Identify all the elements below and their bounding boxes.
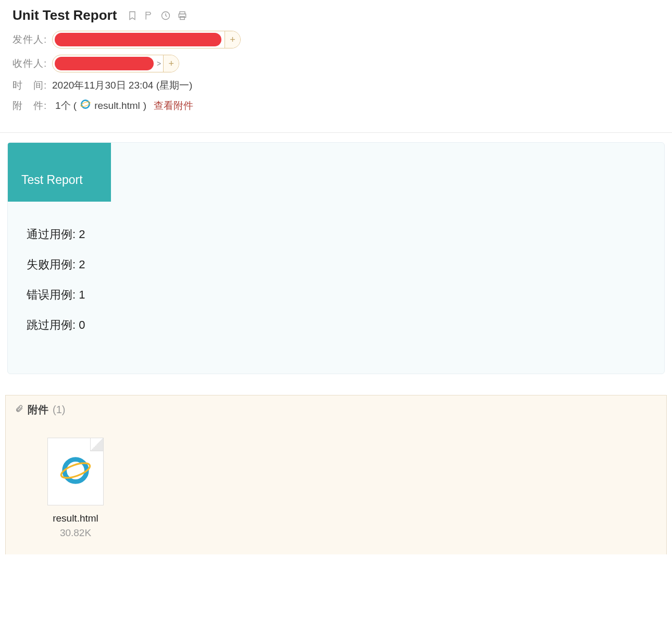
error-label: 错误用例: bbox=[27, 288, 76, 301]
bookmark-icon[interactable] bbox=[127, 10, 138, 21]
add-from-button[interactable]: + bbox=[225, 31, 240, 48]
from-row: 发件人: + bbox=[13, 31, 659, 48]
attach-label: 附 件: bbox=[13, 99, 52, 113]
ie-icon bbox=[59, 454, 92, 489]
clock-icon[interactable] bbox=[160, 10, 171, 21]
skipped-value: 0 bbox=[79, 318, 85, 331]
failed-stat: 失败用例: 2 bbox=[27, 257, 645, 273]
error-stat: 错误用例: 1 bbox=[27, 287, 645, 303]
email-subject: Unit Test Report bbox=[13, 7, 117, 23]
to-label: 收件人: bbox=[13, 57, 52, 70]
report-body: 通过用例: 2 失败用例: 2 错误用例: 1 跳过用例: 0 bbox=[8, 202, 664, 333]
file-thumb bbox=[47, 438, 104, 505]
time-row: 时 间: 2020年11月30日 23:04 (星期一) bbox=[13, 79, 659, 92]
attachment-file-tile[interactable]: result.html 30.82K bbox=[39, 438, 112, 539]
attachment-panel-header: 附件 (1) bbox=[15, 403, 657, 417]
add-to-button[interactable]: + bbox=[163, 55, 179, 72]
from-pill[interactable]: + bbox=[52, 31, 241, 48]
attachment-row: 附 件: 1个 ( result.html ) 查看附件 bbox=[13, 98, 659, 113]
attachment-panel: 附件 (1) result.html 30.82K bbox=[5, 395, 667, 554]
passed-label: 通过用例: bbox=[27, 228, 76, 241]
attachment-panel-title: 附件 bbox=[28, 403, 48, 417]
test-report-card: Test Report 通过用例: 2 失败用例: 2 错误用例: 1 跳过用例… bbox=[7, 142, 665, 374]
attach-file-name: result.html bbox=[94, 100, 140, 112]
view-attachment-link[interactable]: 查看附件 bbox=[154, 99, 193, 113]
svg-point-4 bbox=[82, 100, 90, 108]
attachment-file-size: 30.82K bbox=[39, 527, 112, 539]
attach-close-paren: ) bbox=[143, 100, 146, 112]
passed-stat: 通过用例: 2 bbox=[27, 227, 645, 242]
to-caret: > bbox=[157, 59, 161, 68]
failed-label: 失败用例: bbox=[27, 258, 76, 271]
attachment-file-name: result.html bbox=[39, 513, 112, 524]
email-action-icons bbox=[127, 10, 188, 21]
paperclip-icon bbox=[15, 404, 23, 416]
to-pill[interactable]: > + bbox=[52, 55, 179, 72]
subject-row: Unit Test Report bbox=[13, 7, 659, 23]
svg-rect-3 bbox=[180, 16, 184, 19]
svg-point-7 bbox=[59, 460, 92, 481]
report-tab-title: Test Report bbox=[8, 143, 111, 202]
attach-count: 1个 ( bbox=[55, 99, 77, 113]
from-label: 发件人: bbox=[13, 33, 52, 46]
to-redacted bbox=[55, 57, 154, 70]
error-value: 1 bbox=[79, 288, 85, 301]
attachment-panel-count: (1) bbox=[53, 404, 65, 416]
email-header: Unit Test Report 发件人: + 收件人: > bbox=[0, 0, 672, 127]
print-icon[interactable] bbox=[177, 10, 188, 21]
skipped-stat: 跳过用例: 0 bbox=[27, 317, 645, 333]
ie-icon bbox=[80, 98, 91, 113]
flag-icon[interactable] bbox=[144, 10, 154, 21]
from-redacted bbox=[55, 33, 221, 46]
to-row: 收件人: > + bbox=[13, 55, 659, 72]
time-label: 时 间: bbox=[13, 79, 52, 92]
header-divider bbox=[0, 132, 672, 133]
skipped-label: 跳过用例: bbox=[27, 318, 76, 331]
time-value: 2020年11月30日 23:04 (星期一) bbox=[52, 79, 192, 92]
failed-value: 2 bbox=[79, 258, 85, 271]
passed-value: 2 bbox=[79, 228, 85, 241]
